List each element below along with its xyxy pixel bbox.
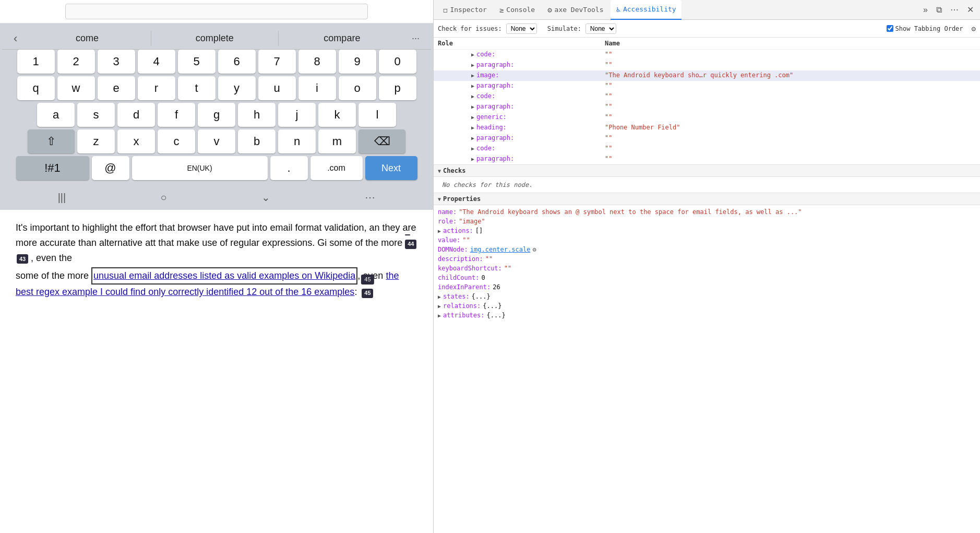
address-bar[interactable] [65,4,368,19]
nav-down-icon[interactable]: ⌄ [261,191,270,204]
key-9[interactable]: 9 [339,50,376,74]
tree-row-code-2[interactable]: ▶ code: "" [434,91,980,102]
tree-row-code-3[interactable]: ▶ code: "" [434,144,980,154]
key-e[interactable]: e [98,76,135,100]
key-l[interactable]: l [358,103,396,127]
key-1[interactable]: 1 [17,50,55,74]
more-options-button[interactable]: ⋯ [948,3,961,17]
key-7[interactable]: 7 [258,50,296,74]
key-b[interactable]: b [238,129,276,153]
key-2[interactable]: 2 [57,50,95,74]
close-button[interactable]: ✕ [965,3,976,17]
key-v[interactable]: v [198,129,235,153]
nav-home-icon[interactable]: ○ [161,192,167,204]
autocomplete-back-button[interactable]: ‹ [7,32,23,45]
actions-expand-icon[interactable]: ▶ [438,228,441,234]
tree-row-paragraph-3[interactable]: ▶ paragraph: "" [434,102,980,112]
key-m[interactable]: m [318,129,356,153]
tree-row-paragraph-1[interactable]: ▶ paragraph: "" [434,60,980,70]
tree-expand-arrow[interactable]: ▶ [471,52,474,57]
key-at[interactable]: @ [92,156,129,180]
key-dot[interactable]: . [270,156,308,180]
check-issues-select[interactable]: None [506,23,537,34]
simulate-select[interactable]: None [585,23,616,34]
key-o[interactable]: o [339,76,376,100]
tab-axe-devtools[interactable]: ⚙ axe DevTools [542,0,608,20]
tree-expand-arrow[interactable]: ▶ [471,156,474,162]
key-z[interactable]: z [77,129,115,153]
tree-expand-arrow[interactable]: ▶ [471,135,474,141]
link1[interactable]: unusual email addresses listed as valid … [93,270,355,281]
chevron-more-button[interactable]: » [921,3,930,17]
autocomplete-word-3[interactable]: compare [278,31,405,46]
tree-row-paragraph-4[interactable]: ▶ paragraph: "" [434,133,980,144]
prop-relations[interactable]: ▶ relations: {...} [438,301,976,311]
tree-row-code-1[interactable]: ▶ code: "" [434,50,980,60]
tab-console[interactable]: ≥ Console [494,0,540,20]
key-f[interactable]: f [158,103,195,127]
key-6[interactable]: 6 [218,50,256,74]
prop-domnode-val[interactable]: img.center.scale [470,246,531,253]
tree-expand-arrow[interactable]: ▶ [471,73,474,78]
relations-expand-icon[interactable]: ▶ [438,303,441,309]
tree-row-paragraph-5[interactable]: ▶ paragraph: "" [434,154,980,164]
key-0[interactable]: 0 [379,50,416,74]
tree-expand-arrow[interactable]: ▶ [471,146,474,151]
key-h[interactable]: h [238,103,276,127]
attributes-expand-icon[interactable]: ▶ [438,313,441,318]
prop-actions[interactable]: ▶ actions: [] [438,226,976,235]
key-n[interactable]: n [278,129,316,153]
key-a[interactable]: a [37,103,75,127]
undock-button[interactable]: ⧉ [934,3,944,17]
tab-accessibility[interactable]: ♿ Accessibility [611,0,681,20]
link2-full[interactable]: best regex example I could find only cor… [16,287,354,297]
key-dotcom[interactable]: .com [310,156,363,180]
backspace-key[interactable]: ⌫ [358,129,405,153]
tree-row-generic[interactable]: ▶ generic: "" [434,112,980,123]
key-c[interactable]: c [158,129,195,153]
key-t[interactable]: t [178,76,216,100]
tree-row-paragraph-2[interactable]: ▶ paragraph: "" [434,81,980,91]
autocomplete-more-button[interactable]: ··· [405,33,426,44]
key-space[interactable]: EN(UK) [132,156,268,180]
key-r[interactable]: r [138,76,175,100]
key-j[interactable]: j [278,103,316,127]
prop-states[interactable]: ▶ states: {...} [438,292,976,301]
tree-expand-arrow[interactable]: ▶ [471,114,474,120]
states-expand-icon[interactable]: ▶ [438,294,441,300]
key-symbols[interactable]: !#1 [16,156,89,180]
key-w[interactable]: w [57,76,95,100]
key-5[interactable]: 5 [178,50,216,74]
key-8[interactable]: 8 [298,50,336,74]
tree-row-heading[interactable]: ▶ heading: "Phone Number Field" [434,123,980,133]
next-button[interactable]: Next [365,156,417,180]
tree-expand-arrow[interactable]: ▶ [471,125,474,131]
shift-key[interactable]: ⇧ [28,129,75,153]
key-g[interactable]: g [198,103,235,127]
properties-section-header[interactable]: ▼ Properties [434,193,980,205]
link2[interactable]: the [386,270,399,281]
key-u[interactable]: u [258,76,296,100]
key-q[interactable]: q [17,76,55,100]
tree-expand-arrow[interactable]: ▶ [471,93,474,99]
tree-row-image[interactable]: ▶ image: "The Android keyboard sho…r qui… [434,70,980,81]
key-k[interactable]: k [318,103,356,127]
key-s[interactable]: s [77,103,115,127]
key-d[interactable]: d [117,103,155,127]
autocomplete-word-1[interactable]: come [23,31,150,46]
gear-icon[interactable]: ⚙ [532,246,536,253]
checks-section-header[interactable]: ▼ Checks [434,164,980,177]
key-4[interactable]: 4 [138,50,175,74]
key-p[interactable]: p [379,76,416,100]
key-i[interactable]: i [298,76,336,100]
tree-expand-arrow[interactable]: ▶ [471,104,474,110]
key-3[interactable]: 3 [98,50,135,74]
autocomplete-word-2[interactable]: complete [151,31,278,46]
key-y[interactable]: y [218,76,256,100]
settings-button[interactable]: ⚙ [972,25,976,33]
tree-expand-arrow[interactable]: ▶ [471,62,474,68]
tab-inspector[interactable]: ◻ Inspector [438,0,492,20]
prop-attributes[interactable]: ▶ attributes: {...} [438,311,976,320]
show-tabbing-checkbox[interactable] [887,25,893,32]
nav-lines-icon[interactable]: ||| [58,192,66,204]
